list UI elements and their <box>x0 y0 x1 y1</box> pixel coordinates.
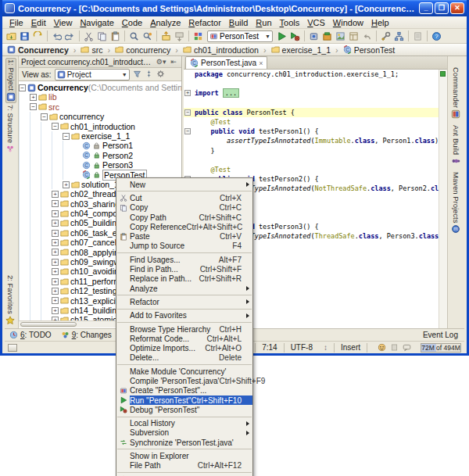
collapse-toggle-icon[interactable]: − <box>19 84 26 91</box>
menu-tools[interactable]: Tools <box>276 17 304 28</box>
back-button[interactable] <box>360 30 374 42</box>
insert-mode[interactable]: Insert <box>334 343 367 353</box>
collapse-toggle-icon[interactable]: − <box>41 113 48 120</box>
debug-button[interactable] <box>288 30 302 42</box>
expand-toggle-icon[interactable]: + <box>52 220 59 227</box>
expand-toggle-icon[interactable]: + <box>52 297 59 304</box>
menu-item-file-path[interactable]: File PathCtrl+Alt+F12 <box>116 461 252 471</box>
menu-item-find-usages[interactable]: Find Usages...Alt+F7 <box>116 255 252 264</box>
tree-row-ch01_introduction[interactable]: −ch01_introduction <box>19 122 181 131</box>
tree-row-lib[interactable]: +lib <box>19 92 181 102</box>
toolwindow-button-mavenprojects[interactable]: Maven Projectsm <box>451 172 460 234</box>
view-as-select[interactable]: Project ▼ <box>55 69 130 81</box>
build-button[interactable] <box>320 30 334 42</box>
menu-item-new[interactable]: New <box>116 180 252 189</box>
maximize-button[interactable]: ❐ <box>435 2 449 14</box>
tree-row-person1[interactable]: CPerson1 <box>19 141 181 150</box>
fold-marker-icon[interactable]: − <box>184 128 191 134</box>
menu-item-optimize-imports[interactable]: Optimize Imports...Ctrl+Alt+O <box>116 343 252 353</box>
close-tab-icon[interactable]: × <box>259 59 263 67</box>
menu-item-debug-persontest[interactable]: Debug "PersonTest" <box>116 405 252 414</box>
run-button[interactable] <box>275 30 288 42</box>
menu-item-find-in-path[interactable]: Find in Path...Ctrl+Shift+F <box>116 264 252 274</box>
toolwindow-button-antbuild[interactable]: Ant Build <box>451 125 460 166</box>
menu-item-paste[interactable]: PasteCtrl+V <box>116 231 252 241</box>
breadcrumb-ch01_introduction[interactable]: ch01_introduction <box>181 45 260 55</box>
menu-navigate[interactable]: Navigate <box>76 17 117 28</box>
gear-menu-icon[interactable]: ⚙▾ <box>154 58 169 66</box>
down-button[interactable] <box>173 30 186 42</box>
close-button[interactable]: ✕ <box>450 2 464 14</box>
menu-refactor[interactable]: Refactor <box>184 17 225 28</box>
up-button[interactable] <box>159 30 173 42</box>
changes-toolwindow-button[interactable]: 9: Changes <box>56 331 116 339</box>
event-log-button[interactable]: Event Log <box>423 331 464 339</box>
tree-row-exercise_1_1[interactable]: −exercise_1_1 <box>19 131 181 141</box>
menu-item-make-module-concurrency[interactable]: Make Module 'Concurrency' <box>116 367 252 376</box>
toolwindow-button-commander[interactable]: Commander <box>451 67 460 119</box>
menu-item-add-to-favorites[interactable]: Add to Favorites <box>116 311 252 320</box>
refresh-button[interactable] <box>31 30 45 42</box>
menu-item-copy-path[interactable]: Copy PathCtrl+Shift+C <box>116 213 252 222</box>
paste-button[interactable] <box>109 30 122 42</box>
hector-inspector-icon[interactable] <box>378 343 386 352</box>
notification-bubble-icon[interactable] <box>403 343 411 352</box>
menu-item-analyze[interactable]: Analyze <box>116 284 252 293</box>
breadcrumb-src[interactable]: src <box>79 45 104 55</box>
breadcrumb-concurrency[interactable]: Concurrency <box>5 45 70 55</box>
menu-help[interactable]: Help <box>367 17 393 28</box>
menu-file[interactable]: File <box>5 17 27 28</box>
expand-toggle-icon[interactable]: + <box>52 200 59 207</box>
wrench-button[interactable] <box>379 30 392 42</box>
menu-item-local-history[interactable]: Local History <box>116 419 252 428</box>
expand-toggle-icon[interactable]: + <box>52 191 59 198</box>
tree-row-person2[interactable]: CPerson2 <box>19 151 181 160</box>
copy-button[interactable] <box>95 30 109 42</box>
menu-item-synchronize-persontest-java[interactable]: Synchronize 'PersonTest.java' <box>116 438 252 447</box>
toolwindow-toggle-icon[interactable] <box>8 344 17 352</box>
filter-icon[interactable] <box>133 70 141 80</box>
expand-toggle-icon[interactable]: + <box>52 239 59 246</box>
find-button[interactable] <box>127 30 141 42</box>
expand-toggle-icon[interactable]: + <box>52 278 59 285</box>
replace-button[interactable] <box>141 30 154 42</box>
menu-analyze[interactable]: Analyze <box>146 17 184 28</box>
collapse-toggle-icon[interactable]: − <box>30 103 37 110</box>
fold-marker-icon[interactable]: − <box>184 109 191 116</box>
panel-settings-icon[interactable] <box>156 70 165 80</box>
menu-item-compile-persontest-java[interactable]: Compile 'PersonTest.java'Ctrl+Shift+F9 <box>116 376 252 385</box>
menu-item-reformat-code[interactable]: Reformat Code...Ctrl+Alt+L <box>116 334 252 343</box>
expand-toggle-icon[interactable]: + <box>52 210 59 217</box>
editor-scrollbar[interactable] <box>439 70 447 328</box>
redo-button[interactable] <box>63 30 77 42</box>
fold-marker-icon[interactable]: + <box>184 90 191 96</box>
expand-toggle-icon[interactable]: + <box>30 94 37 101</box>
collapse-all-icon[interactable] <box>145 70 153 80</box>
tree-row-person3[interactable]: CPerson3 <box>19 160 181 170</box>
menu-code[interactable]: Code <box>118 17 146 28</box>
menu-item-create-persontest[interactable]: Create "PersonTest"... <box>116 386 252 395</box>
collapse-toggle-icon[interactable]: − <box>52 123 59 130</box>
structure-button[interactable] <box>392 30 406 42</box>
menu-item-show-in-explorer[interactable]: Show in Explorer <box>116 451 252 460</box>
layout-button[interactable] <box>347 30 360 42</box>
menu-item-subversion[interactable]: Subversion <box>116 428 252 438</box>
menu-run[interactable]: Run <box>252 17 275 28</box>
run-config-select[interactable]: PersonTest ▼ <box>207 30 273 42</box>
menu-item-refactor[interactable]: Refactor <box>116 297 252 306</box>
todo-toolwindow-button[interactable]: 6: TODO <box>5 331 56 339</box>
memory-indicator[interactable]: 72M of 494M <box>421 343 461 353</box>
menu-window[interactable]: Window <box>329 17 367 28</box>
readonly-icon[interactable] <box>390 343 399 352</box>
menu-view[interactable]: View <box>50 17 77 28</box>
menu-edit[interactable]: Edit <box>27 17 50 28</box>
toolwindow-button-project[interactable]: 1: Project <box>5 58 16 103</box>
menu-item-browse-type-hierarchy[interactable]: Browse Type HierarchyCtrl+H <box>116 324 252 334</box>
save-button[interactable] <box>18 30 31 42</box>
help-button[interactable]: ? <box>430 30 443 42</box>
minimize-button[interactable]: _ <box>419 2 433 14</box>
tree-row-src[interactable]: −src <box>19 102 181 112</box>
collapse-toggle-icon[interactable]: − <box>63 133 70 140</box>
breadcrumb-persontest[interactable]: CPersonTest <box>342 45 397 55</box>
tree-row-concurrency[interactable]: −concurrency <box>19 112 181 121</box>
